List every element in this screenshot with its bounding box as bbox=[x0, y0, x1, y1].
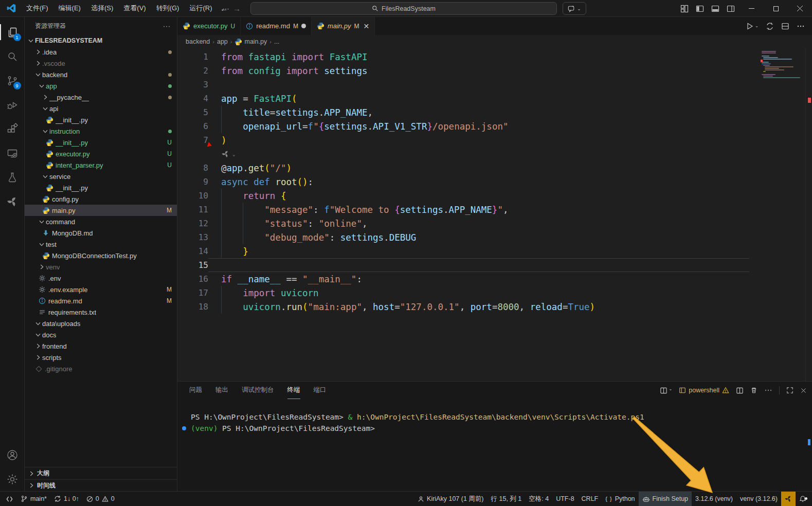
status-notifications[interactable] bbox=[796, 492, 810, 506]
code-line-13[interactable]: 13"debug_mode": settings.DEBUG bbox=[177, 230, 812, 244]
code-line-8[interactable]: 8@app.get("/") bbox=[177, 161, 812, 175]
tree-item[interactable]: test bbox=[25, 239, 177, 250]
status-sync[interactable]: 1↓ 0↑ bbox=[50, 492, 83, 506]
split-panel-icon[interactable] bbox=[736, 387, 744, 394]
tree-item[interactable]: readme.mdM bbox=[25, 295, 177, 306]
tab-main.py[interactable]: main.pyM✕ bbox=[312, 17, 375, 35]
tree-item[interactable]: __init__.pyU bbox=[25, 137, 177, 148]
breadcrumb-item[interactable]: backend bbox=[186, 38, 210, 45]
code-line-4[interactable]: 4app = FastAPI( bbox=[177, 92, 812, 105]
activity-settings[interactable] bbox=[0, 467, 25, 491]
open-changes-icon[interactable] bbox=[766, 22, 774, 30]
tree-item[interactable]: api bbox=[25, 103, 177, 114]
menu-查看V[interactable]: 查看(V) bbox=[119, 2, 150, 14]
inline-ai-widget[interactable]: ⌄ bbox=[177, 147, 812, 161]
tree-item[interactable]: data\uploads bbox=[25, 318, 177, 329]
nav-back-icon[interactable]: ← bbox=[220, 4, 228, 13]
breadcrumb-item[interactable]: app bbox=[217, 38, 228, 45]
code-line-14[interactable]: 14} bbox=[177, 244, 812, 258]
status-finish-setup[interactable]: Finish Setup bbox=[639, 492, 692, 506]
code-line-12[interactable]: 12"status": "online", bbox=[177, 216, 812, 230]
nav-forward-icon[interactable]: → bbox=[233, 4, 241, 13]
tree-item[interactable]: MongoDB.md bbox=[25, 227, 177, 239]
menu-选择S[interactable]: 选择(S) bbox=[86, 2, 118, 14]
panel-tab-输出[interactable]: 输出 bbox=[215, 382, 228, 399]
tree-root[interactable]: FILESREADSYSTEAM bbox=[25, 35, 177, 46]
close-sm-icon[interactable] bbox=[800, 387, 807, 394]
code-line-18[interactable]: 18uvicorn.run("main:app", host="127.0.0.… bbox=[177, 300, 812, 314]
status-language-mode[interactable]: { }Python bbox=[602, 492, 638, 506]
menu-转到G[interactable]: 转到(G) bbox=[152, 2, 184, 14]
code-line-10[interactable]: 10return { bbox=[177, 189, 812, 203]
activity-source-control[interactable]: 9 bbox=[0, 68, 25, 93]
expand-icon[interactable] bbox=[786, 387, 793, 394]
activity-remote-explorer[interactable] bbox=[0, 141, 25, 165]
copilot-chat-button[interactable]: ⌄ bbox=[563, 2, 586, 15]
menu-编辑E[interactable]: 编辑(E) bbox=[54, 2, 85, 14]
tab-executor.py[interactable]: executor.pyU bbox=[177, 17, 241, 35]
code-line-16[interactable]: 16if __name__ == "__main__": bbox=[177, 272, 812, 286]
tree-item[interactable]: MongoDBConnectionTest.py bbox=[25, 250, 177, 261]
activity-run-debug[interactable] bbox=[0, 93, 25, 117]
trash-icon[interactable] bbox=[750, 387, 757, 394]
activity-extensions[interactable] bbox=[0, 117, 25, 141]
panel-tab-调试控制台[interactable]: 调试控制台 bbox=[242, 382, 274, 399]
tree-item[interactable]: .idea bbox=[25, 46, 177, 58]
code-editor[interactable]: 1from fastapi import FastAPI2from config… bbox=[177, 48, 812, 381]
sidebar-section-时间线[interactable]: 时间线 bbox=[25, 479, 177, 491]
tree-item[interactable]: config.py bbox=[25, 193, 177, 205]
tree-item[interactable]: backend bbox=[25, 69, 177, 80]
activity-testing[interactable] bbox=[0, 165, 25, 189]
code-line-15[interactable]: 15 bbox=[177, 258, 812, 272]
activity-explorer[interactable]: 1 bbox=[0, 20, 25, 44]
breadcrumb-item[interactable]: main.py bbox=[234, 38, 267, 46]
customize-layout-icon[interactable] bbox=[680, 5, 689, 13]
tree-item[interactable]: command bbox=[25, 216, 177, 227]
tree-item[interactable]: __init__.py bbox=[25, 114, 177, 125]
minimap[interactable] bbox=[762, 51, 804, 77]
terminal[interactable]: PS H:\OwnProject\FilesReadSysteam> & h:\… bbox=[177, 399, 812, 491]
tree-item[interactable]: .env.exampleM bbox=[25, 284, 177, 295]
panel-tab-问题[interactable]: 问题 bbox=[189, 382, 202, 399]
status-problems[interactable]: 00 bbox=[83, 492, 118, 506]
maximize-button[interactable] bbox=[764, 0, 788, 17]
tab-readme.md[interactable]: readme.mdM bbox=[241, 17, 312, 35]
code-line-5[interactable]: 5title=settings.APP_NAME, bbox=[177, 105, 812, 119]
code-line-9[interactable]: 9async def root(): bbox=[177, 175, 812, 189]
menu-文件F[interactable]: 文件(F) bbox=[22, 2, 53, 14]
tree-item[interactable]: frontend bbox=[25, 340, 177, 352]
tree-item[interactable]: __init__.py bbox=[25, 182, 177, 193]
activity-accounts[interactable] bbox=[0, 443, 25, 467]
code-line-17[interactable]: 17import uvicorn bbox=[177, 286, 812, 300]
command-decoration-icon[interactable] bbox=[182, 426, 186, 430]
tree-item[interactable]: service bbox=[25, 171, 177, 182]
code-line-2[interactable]: 2from config import settings bbox=[177, 64, 812, 78]
tree-item[interactable]: main.pyM bbox=[25, 205, 177, 216]
activity-search[interactable] bbox=[0, 44, 25, 68]
tree-item[interactable]: .gitignore bbox=[25, 363, 177, 374]
more-icon[interactable] bbox=[764, 386, 772, 394]
tree-item[interactable]: app bbox=[25, 80, 177, 92]
sidebar-section-大纲[interactable]: 大纲 bbox=[25, 467, 177, 479]
split-panel-icon[interactable]: ⌄ bbox=[660, 387, 673, 394]
unsaved-dot-icon[interactable] bbox=[301, 24, 306, 28]
status-cursor-position[interactable]: 行 15, 列 1 bbox=[488, 492, 526, 506]
status-eol[interactable]: CRLF bbox=[578, 492, 602, 506]
tree-item[interactable]: venv bbox=[25, 261, 177, 273]
tree-item[interactable]: executor.pyU bbox=[25, 148, 177, 159]
activity-ai-extension[interactable] bbox=[0, 189, 25, 213]
tree-item[interactable]: intent_parser.pyU bbox=[25, 159, 177, 171]
breadcrumb-item[interactable]: ... bbox=[274, 38, 279, 45]
tab-close-icon[interactable]: ✕ bbox=[363, 22, 369, 30]
close-button[interactable] bbox=[788, 0, 812, 17]
tree-item[interactable]: docs bbox=[25, 329, 177, 340]
toggle-panel-icon[interactable] bbox=[711, 5, 719, 13]
tree-item[interactable]: .vscode bbox=[25, 58, 177, 69]
status-indentation[interactable]: 空格: 4 bbox=[525, 492, 552, 506]
tree-item[interactable]: instruction bbox=[25, 125, 177, 137]
code-line-11[interactable]: 11"message": f"Welcome to {settings.APP_… bbox=[177, 203, 812, 216]
status-branch[interactable]: main* bbox=[17, 492, 50, 506]
code-line-7[interactable]: 7) bbox=[177, 133, 812, 147]
tree-item[interactable]: .env bbox=[25, 273, 177, 284]
panel-tab-端口[interactable]: 端口 bbox=[314, 382, 327, 399]
